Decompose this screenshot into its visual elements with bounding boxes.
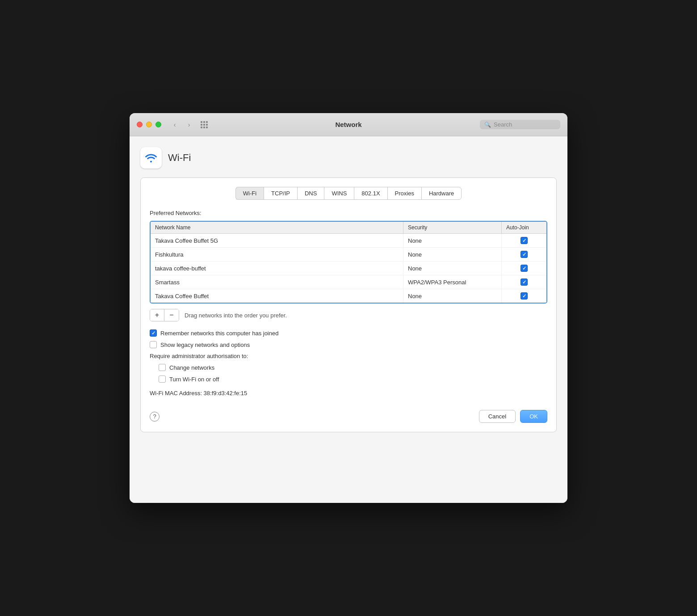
content-area: Wi-Fi Wi-Fi TCP/IP DNS WINS 802.1X Proxi… <box>130 136 567 503</box>
checkbox-checked-3[interactable] <box>521 278 528 286</box>
tab-8021x[interactable]: 802.1X <box>354 187 387 200</box>
table-row[interactable]: Takava Coffee Buffet 5G None <box>151 234 546 248</box>
autojoin-4[interactable] <box>502 289 546 303</box>
cancel-button[interactable]: Cancel <box>479 410 516 423</box>
back-button[interactable]: ‹ <box>168 120 181 130</box>
turn-wifi-label: Turn Wi-Fi on or off <box>169 376 219 383</box>
admin-checkboxes: Change networks Turn Wi-Fi on or off <box>150 364 547 383</box>
table-header: Network Name Security Auto-Join <box>151 222 546 234</box>
maximize-button[interactable] <box>155 122 161 127</box>
wifi-icon <box>144 152 158 163</box>
network-name-1: Fishkultura <box>151 248 403 261</box>
change-networks-row[interactable]: Change networks <box>159 364 547 371</box>
ok-button[interactable]: OK <box>520 410 547 423</box>
checkbox-checked-4[interactable] <box>521 292 528 300</box>
search-icon: 🔍 <box>484 122 491 128</box>
autojoin-2[interactable] <box>502 262 546 275</box>
checkbox-checked-1[interactable] <box>521 251 528 258</box>
turn-wifi-row[interactable]: Turn Wi-Fi on or off <box>159 376 547 383</box>
remember-networks-label: Remember networks this computer has join… <box>160 330 278 337</box>
action-buttons: Cancel OK <box>479 410 547 423</box>
autojoin-3[interactable] <box>502 275 546 289</box>
search-placeholder: Search <box>494 121 512 128</box>
remember-networks-row[interactable]: Remember networks this computer has join… <box>150 329 547 337</box>
titlebar: ‹ › Network 🔍 Search <box>130 113 567 136</box>
bottom-bar: ? Cancel OK <box>150 410 547 423</box>
mac-address: Wi-Fi MAC Address: 38:f9:d3:42:fe:15 <box>150 390 547 397</box>
col-header-security: Security <box>403 222 502 233</box>
network-name-0: Takava Coffee Buffet 5G <box>151 234 403 247</box>
checkbox-checked-0[interactable] <box>521 237 528 244</box>
show-legacy-label: Show legacy networks and options <box>160 342 250 348</box>
tab-wins[interactable]: WINS <box>324 187 354 200</box>
change-networks-checkbox[interactable] <box>159 364 166 371</box>
turn-wifi-checkbox[interactable] <box>159 376 166 383</box>
nav-buttons: ‹ › <box>168 120 195 130</box>
table-row[interactable]: Smartass WPA2/WPA3 Personal <box>151 275 546 289</box>
tabs-row: Wi-Fi TCP/IP DNS WINS 802.1X Proxies Har… <box>150 187 547 200</box>
tab-dns[interactable]: DNS <box>297 187 324 200</box>
tabs-container: Wi-Fi TCP/IP DNS WINS 802.1X Proxies Har… <box>140 177 557 432</box>
drag-hint: Drag networks into the order you prefer. <box>185 312 287 319</box>
help-button[interactable]: ? <box>150 412 160 422</box>
table-controls: + − Drag networks into the order you pre… <box>150 309 547 321</box>
remember-networks-checkbox[interactable] <box>150 329 157 337</box>
col-header-name: Network Name <box>151 222 403 233</box>
table-row[interactable]: Takava Coffee Buffet None <box>151 289 546 303</box>
wifi-icon-container <box>140 147 162 169</box>
networks-table: Network Name Security Auto-Join Takava C… <box>150 221 547 304</box>
show-legacy-row[interactable]: Show legacy networks and options <box>150 341 547 348</box>
minimize-button[interactable] <box>146 122 152 127</box>
plus-minus-group: + − <box>150 309 179 321</box>
forward-button[interactable]: › <box>183 120 195 130</box>
wifi-title: Wi-Fi <box>168 152 191 164</box>
table-row[interactable]: takava coffee-buffet None <box>151 262 546 275</box>
table-body: Takava Coffee Buffet 5G None Fishkultura… <box>151 234 546 303</box>
network-name-2: takava coffee-buffet <box>151 262 403 275</box>
remove-network-button[interactable]: − <box>164 309 179 321</box>
change-networks-label: Change networks <box>169 364 214 371</box>
add-network-button[interactable]: + <box>150 309 164 321</box>
tab-proxies[interactable]: Proxies <box>387 187 421 200</box>
search-bar[interactable]: 🔍 Search <box>480 120 560 129</box>
tab-tcpip[interactable]: TCP/IP <box>264 187 297 200</box>
autojoin-0[interactable] <box>502 234 546 247</box>
network-name-4: Takava Coffee Buffet <box>151 289 403 303</box>
security-4: None <box>403 289 502 303</box>
security-2: None <box>403 262 502 275</box>
network-name-3: Smartass <box>151 275 403 289</box>
preferred-networks-label: Preferred Networks: <box>150 210 547 216</box>
security-0: None <box>403 234 502 247</box>
table-row[interactable]: Fishkultura None <box>151 248 546 262</box>
wifi-header: Wi-Fi <box>140 147 557 169</box>
traffic-lights <box>137 122 161 127</box>
security-1: None <box>403 248 502 261</box>
grid-icon[interactable] <box>201 121 208 128</box>
security-3: WPA2/WPA3 Personal <box>403 275 502 289</box>
close-button[interactable] <box>137 122 143 127</box>
main-window: ‹ › Network 🔍 Search Wi-Fi <box>130 113 567 503</box>
show-legacy-checkbox[interactable] <box>150 341 157 348</box>
checkbox-checked-2[interactable] <box>521 265 528 272</box>
col-header-autojoin: Auto-Join <box>502 222 546 233</box>
tab-wifi[interactable]: Wi-Fi <box>235 187 264 200</box>
require-admin-label: Require administrator authorisation to: <box>150 353 547 359</box>
autojoin-1[interactable] <box>502 248 546 261</box>
window-title: Network <box>335 121 361 128</box>
tab-hardware[interactable]: Hardware <box>421 187 462 200</box>
